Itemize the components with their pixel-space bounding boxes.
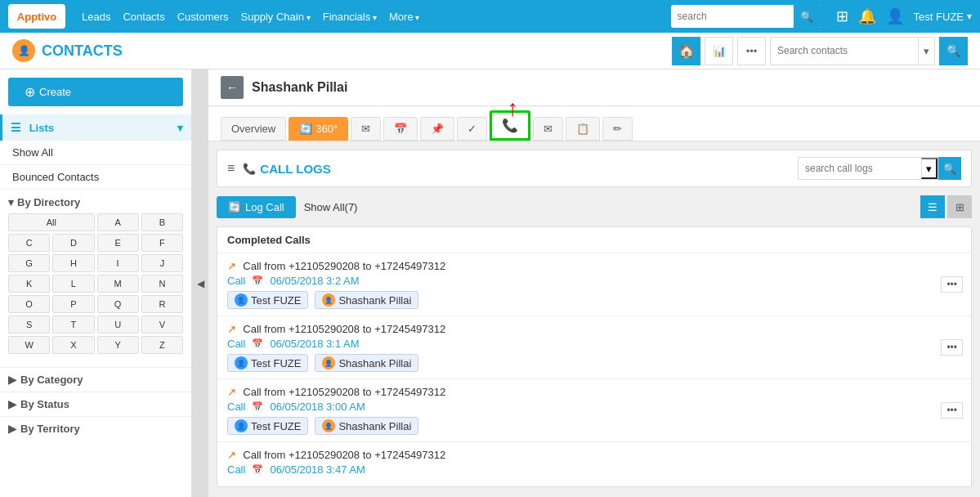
search-contacts-input[interactable] [771, 45, 918, 56]
call-logs-search-input[interactable] [799, 163, 921, 174]
letter-h[interactable]: H [52, 254, 94, 272]
letter-j[interactable]: J [141, 254, 183, 272]
back-button[interactable]: ← [221, 76, 244, 99]
top-nav-icons: ⊞ 🔔 👤 Test FUZE ▾ [836, 7, 972, 25]
more-options-3[interactable]: ••• [941, 402, 963, 419]
participants-3: 👤 Test FUZE 👤 Shashank Pillai [227, 417, 961, 435]
letter-q[interactable]: Q [97, 295, 139, 313]
letter-p[interactable]: P [52, 295, 94, 313]
log-call-button[interactable]: 🔄 Log Call [217, 196, 296, 218]
more-options-2[interactable]: ••• [941, 339, 963, 356]
list-view-button[interactable]: ☰ [920, 195, 945, 218]
search-contacts-dropdown[interactable]: ▾ [918, 38, 934, 65]
nav-links: Leads Contacts Customers Supply Chain Fi… [82, 11, 419, 23]
nav-customers[interactable]: Customers [177, 11, 229, 23]
call-list-container: Completed Calls ↗ Call from +12105290208… [217, 226, 972, 487]
call-numbers-4: ↗ Call from +12105290208 to +17245497312 [227, 449, 961, 461]
letter-o[interactable]: O [8, 295, 50, 313]
log-call-icon: 🔄 [228, 201, 241, 213]
letter-k[interactable]: K [8, 275, 50, 293]
letter-s[interactable]: S [8, 316, 50, 334]
letter-r[interactable]: R [141, 295, 183, 313]
more-options-1[interactable]: ••• [941, 276, 963, 293]
top-search-input[interactable] [671, 11, 794, 22]
letter-f[interactable]: F [141, 234, 183, 252]
letter-l[interactable]: L [52, 275, 94, 293]
participant-pillai-1[interactable]: 👤 Shashank Pillai [315, 291, 418, 309]
letter-m[interactable]: M [97, 275, 139, 293]
user-avatar-icon[interactable]: 👤 [886, 7, 904, 25]
user-icon-1: 👤 [235, 293, 248, 307]
more-options-button[interactable]: ••• [737, 37, 766, 65]
bounced-contacts-item[interactable]: Bounced Contacts [0, 165, 191, 190]
tab-overview[interactable]: Overview [221, 117, 286, 141]
letter-a[interactable]: A [97, 213, 139, 231]
chart-button[interactable]: 📊 [705, 37, 733, 65]
tab-tasks[interactable]: ✓ [457, 117, 487, 141]
letter-z[interactable]: Z [141, 336, 183, 354]
letter-all[interactable]: All [8, 213, 95, 231]
nav-leads[interactable]: Leads [82, 11, 110, 23]
tab-360[interactable]: 🔄 360° [289, 117, 348, 141]
contacts-title: CONTACTS [42, 43, 123, 60]
nav-more[interactable]: More [389, 11, 419, 23]
grid-view-button[interactable]: ⊞ [947, 195, 972, 218]
app-logo[interactable]: Apptivo [8, 4, 65, 29]
create-button[interactable]: Create [8, 78, 183, 106]
participant-pillai-2[interactable]: 👤 Shashank Pillai [315, 354, 418, 372]
tab-calendar[interactable]: 📅 [383, 117, 418, 141]
notes-icon: 📋 [576, 123, 589, 135]
lists-header[interactable]: ☰ Lists ▾ [0, 114, 191, 141]
letter-b[interactable]: B [141, 213, 183, 231]
by-category-section[interactable]: ▶ By Category [0, 367, 191, 392]
nav-contacts[interactable]: Contacts [123, 11, 164, 23]
call-logs-search-dropdown[interactable]: ▾ [921, 158, 937, 179]
home-button[interactable]: 🏠 [672, 37, 700, 65]
participant-fuze-1[interactable]: 👤 Test FUZE [227, 291, 308, 309]
by-directory-header[interactable]: ▾ By Directory [8, 196, 183, 208]
call-meta-2: Call 📅 06/05/2018 3:1 AM [227, 338, 961, 350]
letter-e[interactable]: E [97, 234, 139, 252]
letter-w[interactable]: W [8, 336, 50, 354]
user-info[interactable]: Test FUZE ▾ [914, 11, 972, 23]
call-item: ↗ Call from +12105290208 to +17245497312… [217, 253, 971, 316]
call-numbers-3: ↗ Call from +12105290208 to +17245497312 [227, 386, 961, 398]
call-logs-panel: ≡ 📞 CALL LOGS ▾ 🔍 🔄 Log Call Show All(7)… [208, 141, 980, 497]
tab-pin[interactable]: 📌 [420, 117, 454, 141]
contact-name: Shashank Pillai [252, 80, 347, 95]
participant-pillai-3[interactable]: 👤 Shashank Pillai [315, 417, 418, 435]
nav-supply-chain[interactable]: Supply Chain [241, 11, 311, 23]
letter-d[interactable]: D [52, 234, 94, 252]
tab-mail[interactable]: ✉ [533, 117, 563, 141]
sub-header: 👤 CONTACTS 🏠 📊 ••• ▾ 🔍 [0, 33, 980, 69]
hamburger-icon[interactable]: ≡ [227, 161, 235, 176]
by-status-section[interactable]: ▶ By Status [0, 392, 191, 416]
letter-n[interactable]: N [141, 275, 183, 293]
apps-icon[interactable]: ⊞ [836, 7, 848, 25]
participant-fuze-2[interactable]: 👤 Test FUZE [227, 354, 308, 372]
calendar-icon-4: 📅 [252, 464, 263, 475]
sidebar-collapse-arrow[interactable]: ◀ [192, 69, 208, 497]
tab-notes[interactable]: 📋 [566, 117, 600, 141]
nav-financials[interactable]: Financials [323, 11, 377, 23]
letter-t[interactable]: T [52, 316, 94, 334]
completed-calls-header: Completed Calls [217, 227, 971, 253]
by-territory-section[interactable]: ▶ By Territory [0, 416, 191, 441]
letter-g[interactable]: G [8, 254, 50, 272]
call-logs-phone-icon: 📞 [243, 163, 256, 175]
top-search-button[interactable]: 🔍 [794, 5, 820, 28]
notifications-icon[interactable]: 🔔 [858, 7, 876, 25]
search-contacts-button[interactable]: 🔍 [939, 37, 968, 65]
tab-edit[interactable]: ✏ [602, 117, 633, 141]
letter-c[interactable]: C [8, 234, 50, 252]
main-content: ← Shashank Pillai ↓ Overview 🔄 360° ✉ 📅 … [208, 69, 980, 497]
call-logs-search-button[interactable]: 🔍 [938, 157, 961, 180]
letter-v[interactable]: V [141, 316, 183, 334]
show-all-item[interactable]: Show All [0, 141, 191, 165]
letter-y[interactable]: Y [97, 336, 139, 354]
participant-fuze-3[interactable]: 👤 Test FUZE [227, 417, 308, 435]
letter-x[interactable]: X [52, 336, 94, 354]
letter-i[interactable]: I [97, 254, 139, 272]
tab-email[interactable]: ✉ [351, 117, 381, 141]
letter-u[interactable]: U [97, 316, 139, 334]
